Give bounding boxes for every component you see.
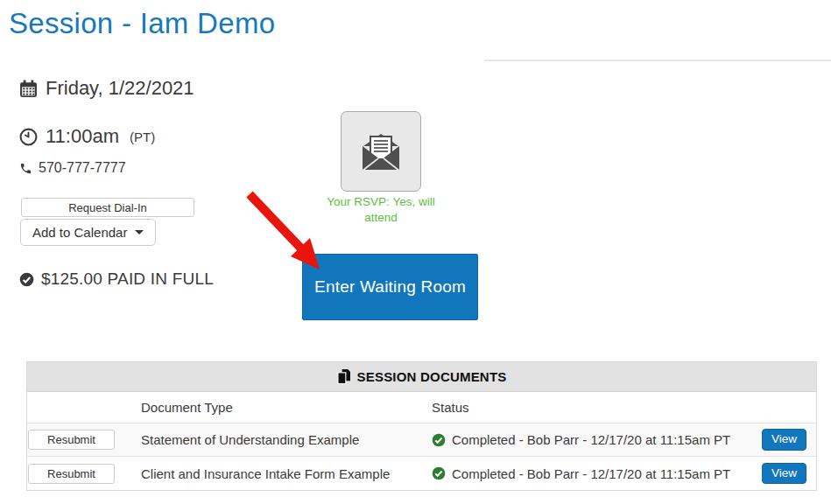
add-to-calendar-label: Add to Calendar xyxy=(32,225,127,240)
document-type-cell: Statement of Understanding Example xyxy=(141,432,432,447)
completed-check-icon xyxy=(432,433,446,447)
payment-status-row: $125.00 PAID IN FULL xyxy=(19,270,214,289)
resubmit-button[interactable]: Resubmit xyxy=(28,430,115,450)
table-row: Resubmit Statement of Understanding Exam… xyxy=(27,424,816,457)
session-date-row: Friday, 1/22/2021 xyxy=(19,77,194,100)
open-envelope-icon xyxy=(357,131,405,172)
session-time: 11:00am xyxy=(46,125,119,148)
row-action-cell: Resubmit xyxy=(27,430,141,450)
add-to-calendar-button[interactable]: Add to Calendar xyxy=(20,219,156,246)
column-document-type: Document Type xyxy=(141,400,432,415)
view-button[interactable]: View xyxy=(762,429,806,451)
session-documents-table: SESSION DOCUMENTS Document Type Status R… xyxy=(26,361,817,491)
chevron-down-icon xyxy=(135,230,144,234)
status-text: Completed - Bob Parr - 12/17/20 at 11:15… xyxy=(452,466,730,481)
calendar-icon xyxy=(19,80,38,98)
rsvp-status-text: Your RSVP: Yes, will attend xyxy=(324,194,438,226)
session-documents-title: SESSION DOCUMENTS xyxy=(357,369,507,384)
rsvp-button[interactable] xyxy=(341,111,421,192)
session-phone: 570-777-7777 xyxy=(39,160,126,176)
session-time-row: 11:00am (PT) xyxy=(19,125,155,148)
column-status: Status xyxy=(432,400,762,415)
resubmit-button[interactable]: Resubmit xyxy=(28,464,115,484)
table-column-headers: Document Type Status xyxy=(27,392,816,424)
completed-check-icon xyxy=(432,466,446,480)
red-arrow-annotation xyxy=(243,189,327,276)
session-timezone: (PT) xyxy=(130,130,155,144)
page-title: Session - Iam Demo xyxy=(9,7,275,40)
status-cell: Completed - Bob Parr - 12/17/20 at 11:15… xyxy=(432,466,762,481)
session-phone-row: 570-777-7777 xyxy=(19,160,126,176)
status-cell: Completed - Bob Parr - 12/17/20 at 11:15… xyxy=(432,432,762,447)
documents-icon xyxy=(337,369,350,384)
table-row: Resubmit Client and Insurance Intake For… xyxy=(27,457,816,490)
row-view-cell: View xyxy=(762,429,816,451)
row-view-cell: View xyxy=(762,463,816,485)
phone-icon xyxy=(19,162,32,175)
clock-icon xyxy=(19,128,38,146)
document-type-cell: Client and Insurance Intake Form Example xyxy=(141,466,432,481)
status-text: Completed - Bob Parr - 12/17/20 at 11:15… xyxy=(452,432,730,447)
payment-status: $125.00 PAID IN FULL xyxy=(41,270,214,289)
request-dial-in-button[interactable]: Request Dial-In xyxy=(21,198,194,217)
session-date: Friday, 1/22/2021 xyxy=(46,77,194,100)
session-page: Session - Iam Demo Friday, 1/22/2021 11:… xyxy=(0,0,831,504)
check-circle-icon xyxy=(19,272,34,287)
divider xyxy=(484,60,831,61)
view-button[interactable]: View xyxy=(762,463,806,485)
enter-waiting-room-button[interactable]: Enter Waiting Room xyxy=(302,254,478,320)
row-action-cell: Resubmit xyxy=(27,464,141,484)
session-documents-header: SESSION DOCUMENTS xyxy=(27,362,816,392)
